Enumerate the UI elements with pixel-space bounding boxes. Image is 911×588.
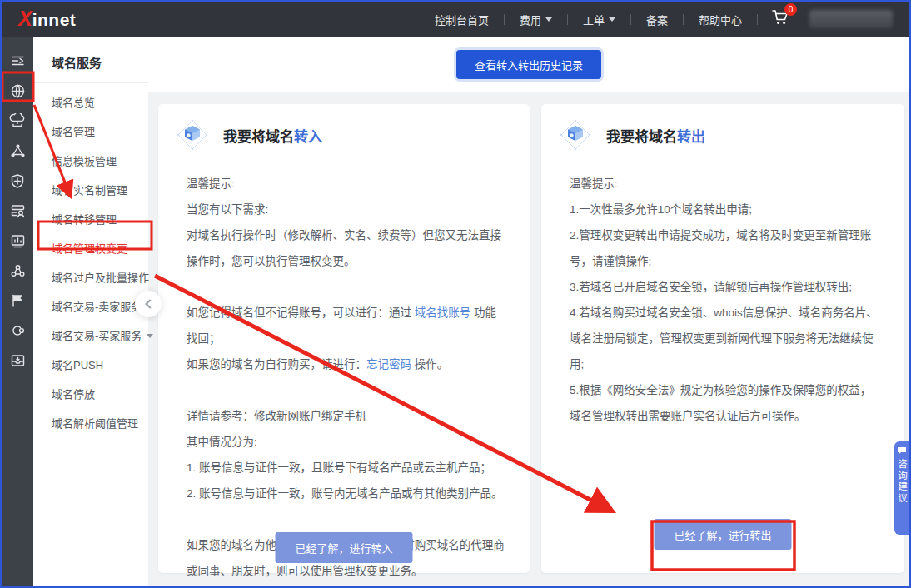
chevron-down-icon: [609, 17, 615, 22]
tip-line: 温馨提示:: [570, 171, 881, 197]
sidebar-item-label: 域名交易-卖家服务: [52, 292, 142, 321]
tip-line: 如您记得域名但不记得账号，可以进行：通过 域名找账号 功能找回；: [187, 300, 506, 351]
nav-divider: [757, 14, 758, 25]
nav-work-orders[interactable]: 工单: [568, 12, 630, 27]
sidebar-title: 域名服务: [33, 37, 148, 82]
nav-icp-filing[interactable]: 备案: [631, 12, 683, 27]
sidebar-item-label: 域名解析阈值管理: [52, 409, 138, 438]
tip-line: 2.管理权变更转出申请提交成功，域名将及时变更至新管理账号，请谨慎操作;: [570, 222, 881, 274]
transfer-out-tips: 温馨提示: 1.一次性最多允许10个域名转出申请; 2.管理权变更转出申请提交成…: [570, 171, 881, 429]
nav-label: 控制台首页: [435, 12, 489, 27]
tip-line: 温馨提示:: [187, 171, 506, 197]
cloud-network-icon[interactable]: [2, 106, 33, 136]
tip-text: 如您记得域名但不记得账号，可以进行：通过: [187, 306, 415, 319]
proceed-transfer-in-button[interactable]: 已经了解，进行转入: [275, 532, 412, 563]
domain-services-sidebar: 域名服务 域名总览 域名管理 信息模板管理 域名实名制管理 域名转移管理 域名管…: [33, 37, 148, 586]
sidebar-item-management-rights-change[interactable]: 域名管理权变更: [33, 234, 148, 263]
title-accent: 转入: [294, 129, 322, 145]
expand-menu-icon[interactable]: [2, 46, 33, 76]
nav-console-home[interactable]: 控制台首页: [420, 12, 504, 27]
node-triangle-icon[interactable]: [2, 136, 33, 166]
sidebar-item-label: 域名交易-买家服务: [52, 321, 142, 351]
find-account-by-domain-link[interactable]: 域名找账号: [415, 306, 471, 319]
logo-text: innet: [32, 10, 77, 30]
inbox-icon[interactable]: [2, 346, 33, 376]
top-bar: Xinnet 控制台首页 费用 工单 备案 帮助中心 0: [2, 2, 909, 37]
consult-feedback-tab[interactable]: 咨询建议: [894, 441, 909, 535]
globe-icon[interactable]: [2, 76, 33, 106]
tip-line: 1.一次性最多允许10个域名转出申请;: [570, 197, 881, 222]
tip-line: 2. 账号信息与证件一致，账号内无域名产品或有其他类别产品。: [187, 481, 506, 506]
chevron-left-icon: [145, 299, 154, 308]
cube-icon: [177, 119, 208, 151]
sidebar-item-domain-management[interactable]: 域名管理: [33, 117, 148, 147]
title-prefix: 我要将域名: [223, 129, 294, 145]
sidebar-item-domain-push[interactable]: 域名PUSH: [33, 351, 148, 380]
sidebar-item-label: 域名过户及批量操作: [52, 263, 149, 292]
sidebar-item-real-name[interactable]: 域名实名制管理: [33, 176, 148, 205]
view-transfer-history-button[interactable]: 查看转入转出历史记录: [456, 50, 601, 79]
transfer-in-tips: 温馨提示: 当您有以下需求: 对域名执行操作时（修改解析、实名、续费等）但您又无…: [187, 171, 506, 584]
sidebar-item-label: 域名总览: [52, 88, 95, 117]
tip-text: 如果您的域名为自行购买，请进行：: [187, 358, 366, 371]
sidebar-item-dns-threshold[interactable]: 域名解析阈值管理: [33, 409, 148, 438]
tip-line: 5.根据《网络安全法》规定为核验您的操作及保障您的权益，域名管理权转出需要账户实…: [570, 377, 881, 429]
cart-button[interactable]: 0: [771, 9, 789, 29]
nav-label: 工单: [583, 12, 605, 27]
transfer-out-card: 我要将域名转出 温馨提示: 1.一次性最多允许10个域名转出申请; 2.管理权变…: [541, 104, 904, 573]
nav-fees[interactable]: 费用: [505, 12, 567, 27]
sidebar-item-ownership-batch[interactable]: 域名过户及批量操作: [33, 263, 148, 292]
forgot-password-link[interactable]: 忘记密码: [366, 358, 411, 371]
tip-line: 当您有以下需求:: [187, 197, 506, 222]
account-name-redacted[interactable]: [809, 10, 893, 28]
history-toolbar: 查看转入转出历史记录: [148, 37, 909, 92]
cart-count-badge: 0: [784, 3, 797, 16]
sidebar-item-domain-parking[interactable]: 域名停放: [33, 380, 148, 409]
server-user-icon[interactable]: [2, 196, 33, 226]
transfer-in-card: 我要将域名转入 温馨提示: 当您有以下需求: 对域名执行操作时（修改解析、实名、…: [158, 104, 530, 573]
sidebar-item-label: 域名实名制管理: [52, 176, 127, 205]
main-content: 查看转入转出历史记录 我要将域名转入 温馨提示: 当您有以下需求: 对域名执行操…: [148, 37, 909, 586]
sidebar-item-trade-seller[interactable]: 域名交易-卖家服务: [33, 292, 148, 321]
sidebar-item-domain-overview[interactable]: 域名总览: [33, 88, 148, 117]
chart-board-icon[interactable]: [2, 226, 33, 256]
chevron-down-icon: [545, 17, 552, 22]
tip-line: 其中情况分为:: [187, 429, 506, 455]
nav-help-center[interactable]: 帮助中心: [684, 12, 757, 27]
chevron-down-icon: [147, 334, 153, 338]
cluster-icon[interactable]: [2, 256, 33, 286]
tip-line: 4.若域名购买过域名安全锁、whois信息保护、域名商务名片、域名注册局锁定，管…: [570, 300, 881, 377]
proceed-transfer-out-button[interactable]: 已经了解，进行转出: [654, 519, 791, 550]
nav-label: 帮助中心: [699, 12, 742, 27]
link-icon[interactable]: [2, 316, 33, 346]
sidebar-item-info-template[interactable]: 信息模板管理: [33, 147, 148, 176]
transfer-in-title: 我要将域名转入: [223, 125, 322, 146]
transfer-in-header: 我要将域名转入: [177, 119, 506, 151]
tip-line: 对域名执行操作时（修改解析、实名、续费等）但您又无法直接操作时，您可以执行管理权…: [187, 222, 506, 274]
tip-text: 操作。: [411, 358, 448, 371]
nav-label: 备案: [646, 12, 668, 27]
sidebar-item-label: 域名管理权变更: [52, 234, 127, 263]
flag-icon[interactable]: [2, 286, 33, 316]
title-accent: 转出: [677, 129, 705, 145]
sidebar-collapse-button[interactable]: [135, 291, 162, 317]
top-navigation: 控制台首页 费用 工单 备案 帮助中心 0: [420, 9, 893, 29]
tip-line: 1. 账号信息与证件一致，且账号下有域名产品或云主机产品；: [187, 455, 506, 481]
sidebar-item-label: 域名管理: [52, 117, 95, 147]
transfer-out-header: 我要将域名转出: [560, 119, 881, 151]
logo-x-glyph: X: [18, 8, 32, 29]
speech-bubble-icon: [897, 446, 907, 455]
sidebar-divider: [33, 82, 148, 83]
sidebar-item-domain-transfer[interactable]: 域名转移管理: [33, 205, 148, 234]
sidebar-item-label: 信息模板管理: [52, 147, 117, 176]
cube-icon: [560, 119, 591, 151]
consult-tab-label: 咨询建议: [895, 459, 909, 504]
sidebar-item-label: 域名转移管理: [52, 205, 117, 234]
sidebar-item-label: 域名PUSH: [52, 351, 103, 380]
shield-icon[interactable]: [2, 166, 33, 196]
tip-line: 如果您的域名为自行购买，请进行：忘记密码 操作。: [187, 351, 506, 377]
sidebar-item-trade-buyer[interactable]: 域名交易-买家服务: [33, 321, 148, 351]
transfer-out-title: 我要将域名转出: [606, 125, 705, 146]
xinnet-logo[interactable]: Xinnet: [18, 8, 76, 30]
tip-line: 3.若域名已开启域名安全锁，请解锁后再操作管理权转出;: [570, 274, 881, 300]
